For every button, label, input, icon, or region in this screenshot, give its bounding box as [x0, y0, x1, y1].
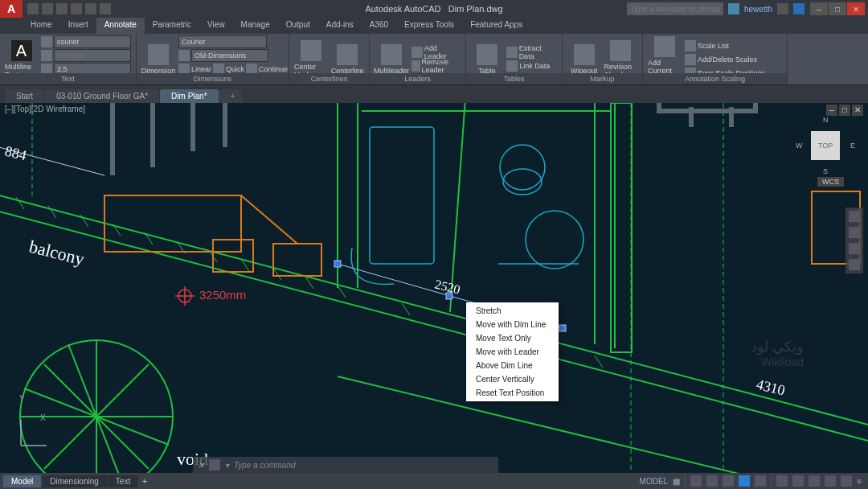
isolate-icon[interactable]	[809, 475, 820, 487]
workspace-icon[interactable]	[792, 475, 804, 487]
menu-tab-express-tools[interactable]: Express Tools	[396, 18, 462, 34]
cmd-placeholder: Type a command	[234, 461, 296, 470]
dim-style-combo[interactable]	[191, 49, 268, 62]
remove-leader-icon	[411, 60, 420, 72]
menu-tab-manage[interactable]: Manage	[233, 18, 278, 34]
nav-zoom-icon[interactable]	[849, 243, 860, 254]
dim-font-combo[interactable]	[178, 35, 267, 48]
panel-label: Centerlines	[289, 73, 369, 84]
file-tab[interactable]: 03-010 Ground Floor GA*	[45, 89, 159, 103]
link-icon	[506, 60, 518, 72]
ctx-item-stretch[interactable]: Stretch	[466, 304, 559, 318]
qat-print-icon[interactable]	[100, 3, 111, 14]
hardware-icon[interactable]	[825, 475, 836, 487]
nav-orbit-icon[interactable]	[849, 259, 860, 270]
drawing-viewport[interactable]: [–][Top][2D Wireframe] – □ ✕	[0, 103, 868, 473]
svg-point-33	[500, 145, 545, 190]
viewcube-face[interactable]: TOP	[811, 131, 840, 160]
nav-wheel-icon[interactable]	[849, 211, 860, 222]
font-icon	[41, 36, 52, 47]
table-icon	[477, 44, 497, 65]
status-grid-icon[interactable]: ▦	[673, 477, 680, 486]
svg-rect-44	[104, 195, 241, 252]
compass-w[interactable]: W	[796, 142, 803, 150]
polar-icon[interactable]	[723, 475, 734, 487]
app-logo[interactable]: A	[0, 0, 23, 18]
ortho-icon[interactable]	[706, 475, 718, 487]
wcs-toggle[interactable]: WCS	[817, 177, 844, 187]
status-model-label[interactable]: MODEL	[640, 477, 669, 486]
customize-status-icon[interactable]: ≡	[857, 477, 862, 486]
new-tab-button[interactable]: +	[219, 89, 242, 103]
scale-list-button[interactable]: Scale List	[685, 39, 765, 52]
edit-scale-icon	[685, 54, 696, 65]
menu-tab-insert[interactable]: Insert	[60, 18, 96, 34]
ctx-item-reset-text-position[interactable]: Reset Text Position	[466, 386, 559, 400]
compass-n[interactable]: N	[823, 116, 829, 124]
qat-undo-icon[interactable]	[71, 3, 82, 14]
add-leader-button[interactable]: Add Leader	[411, 46, 461, 59]
user-label[interactable]: hewetth	[744, 5, 772, 14]
qat-save-icon[interactable]	[56, 3, 68, 14]
menu-tab-featured-apps[interactable]: Featured Apps	[462, 18, 530, 34]
nav-pan-icon[interactable]	[849, 227, 860, 238]
layout-tab-dimensioning[interactable]: Dimensioning	[42, 475, 107, 487]
command-line[interactable]: ✕ ▾ Type a command	[193, 457, 498, 473]
panel-label: Tables	[466, 73, 562, 84]
cmd-close-icon[interactable]: ✕	[198, 461, 204, 470]
svg-line-3	[48, 206, 56, 218]
help-icon[interactable]	[793, 3, 805, 14]
ctx-item-above-dim-line[interactable]: Above Dim Line	[466, 359, 559, 372]
menu-tab-home[interactable]: Home	[23, 18, 60, 34]
remove-leader-button[interactable]: Remove Leader	[411, 60, 461, 72]
compass-e[interactable]: E	[850, 142, 855, 150]
ucs-icon[interactable]: YX	[18, 417, 50, 450]
svg-rect-46	[213, 240, 253, 272]
osnap-icon[interactable]	[739, 475, 750, 487]
find-text-input[interactable]	[54, 49, 131, 62]
find-icon	[41, 50, 52, 61]
link-data-button[interactable]: Link Data	[506, 60, 557, 72]
annoscale-icon[interactable]	[776, 475, 788, 487]
dim-2520[interactable]: 2520	[433, 277, 461, 296]
dim-884: 884	[3, 142, 28, 163]
sign-in-icon[interactable]	[728, 3, 739, 14]
ctx-item-center-vertically[interactable]: Center Vertically	[466, 372, 559, 386]
otrack-icon[interactable]	[755, 475, 766, 487]
ctx-item-move-text-only[interactable]: Move Text Only	[466, 331, 559, 345]
close-button[interactable]: ✕	[847, 2, 865, 15]
text-font-combo[interactable]	[54, 35, 131, 48]
menu-tab-view[interactable]: View	[199, 18, 233, 34]
menu-tab-parametric[interactable]: Parametric	[145, 18, 199, 34]
menu-tab-output[interactable]: Output	[278, 18, 318, 34]
qat-new-icon[interactable]	[27, 3, 39, 14]
maximize-button[interactable]: □	[829, 2, 846, 15]
extract-data-button[interactable]: Extract Data	[506, 46, 557, 59]
menu-tab-a360[interactable]: A360	[362, 18, 396, 34]
file-tab[interactable]: Start	[5, 89, 44, 103]
menu-tab-add-ins[interactable]: Add-ins	[318, 18, 362, 34]
nav-bar	[845, 208, 863, 273]
qat-redo-icon[interactable]	[85, 3, 96, 14]
file-tab[interactable]: Dim Plan*	[160, 89, 218, 103]
label-balcony: balcony	[27, 236, 87, 269]
snap-icon[interactable]	[690, 475, 702, 487]
clean-screen-icon[interactable]	[841, 475, 852, 487]
ctx-item-move-with-leader[interactable]: Move with Leader	[466, 345, 559, 359]
minimize-button[interactable]: –	[810, 2, 828, 15]
ctx-item-move-with-dim-line[interactable]: Move with Dim Line	[466, 318, 559, 331]
help-search-input[interactable]	[627, 2, 723, 15]
layout-tab-model[interactable]: Model	[3, 475, 41, 487]
qat-open-icon[interactable]	[42, 3, 53, 14]
scale-list-icon	[685, 40, 696, 51]
menu-tab-annotate[interactable]: Annotate	[96, 18, 145, 34]
svg-point-35	[526, 211, 583, 269]
layout-tab-text[interactable]: Text	[108, 475, 138, 487]
dimstyle-icon	[178, 50, 190, 61]
compass-s[interactable]: S	[823, 167, 828, 175]
add-layout-button[interactable]: +	[138, 477, 151, 486]
exchange-icon[interactable]	[777, 3, 788, 14]
ribbon-tabs: HomeInsertAnnotateParametricViewManageOu…	[0, 18, 868, 34]
viewcube[interactable]: N E S W TOP	[797, 117, 854, 174]
add-delete-scales-button[interactable]: Add/Delete Scales	[685, 53, 765, 66]
